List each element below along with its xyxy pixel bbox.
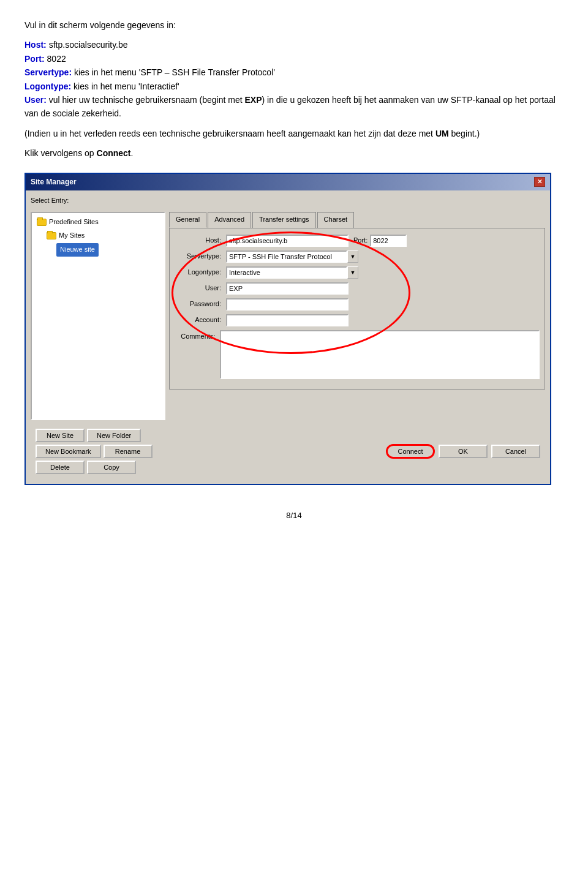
- btn-row-2: New Bookmark Rename: [36, 445, 153, 458]
- user-field-label: User:: [175, 283, 224, 294]
- servertype-input[interactable]: [226, 250, 347, 263]
- logontype-val: kies in het menu 'Interactief': [74, 81, 179, 91]
- connect-end: .: [131, 148, 134, 158]
- close-button[interactable]: ✕: [534, 177, 545, 187]
- port-label: Port:: [24, 54, 45, 64]
- intro-host-line: Host: sftp.socialsecurity.be Port: 8022 …: [24, 38, 564, 120]
- extra-suffix: begint.): [449, 129, 480, 138]
- user-label: User:: [24, 95, 47, 105]
- dialog-window: Site Manager ✕ Select Entry: Predefined …: [24, 173, 551, 486]
- password-field-label: Password:: [175, 299, 224, 310]
- tree-predefined-sites[interactable]: Predefined Sites: [34, 216, 162, 229]
- dialog-titlebar: Site Manager ✕: [26, 174, 550, 190]
- ok-button[interactable]: OK: [439, 445, 488, 458]
- dialog-title: Site Manager: [31, 176, 77, 188]
- host-val: sftp.socialsecurity.be: [49, 40, 128, 50]
- select-entry-label: Select Entry:: [31, 195, 545, 206]
- connect-line: Klik vervolgens op Connect.: [24, 146, 564, 160]
- page-footer: 8/14: [24, 510, 564, 522]
- port-val: 8022: [47, 54, 66, 64]
- tab-general[interactable]: General: [169, 212, 206, 228]
- account-input[interactable]: [226, 314, 349, 326]
- tree-nieuwe-site[interactable]: Nieuwe site: [54, 242, 162, 258]
- cancel-button[interactable]: Cancel: [491, 445, 540, 458]
- host-label: Host:: [24, 40, 47, 50]
- right-button-group: Connect OK Cancel: [386, 444, 540, 459]
- password-input[interactable]: [226, 298, 349, 311]
- left-panel-tree: Predefined Sites My Sites Nieuwe site: [31, 212, 165, 420]
- logontype-field-label: Logontype:: [175, 267, 224, 278]
- user-row: User:: [175, 282, 540, 295]
- extra-bold: UM: [435, 129, 449, 138]
- servertype-dropdown-btn[interactable]: ▼: [347, 250, 358, 263]
- servertype-val: kies in het menu 'SFTP – SSH File Transf…: [74, 67, 275, 77]
- port-field-label: Port:: [353, 235, 368, 246]
- copy-button[interactable]: Copy: [87, 461, 136, 474]
- dialog-main: Predefined Sites My Sites Nieuwe site: [31, 212, 545, 420]
- servertype-field-label: Servertype:: [175, 251, 224, 262]
- host-input[interactable]: [226, 235, 349, 247]
- folder-icon-my-sites: [47, 232, 56, 239]
- logontype-label: Logontype:: [24, 81, 71, 91]
- right-panel: General Advanced Transfer settings Chars…: [169, 212, 545, 420]
- intro-line1: Vul in dit scherm volgende gegevens in:: [24, 18, 564, 32]
- rename-button[interactable]: Rename: [104, 445, 153, 458]
- new-folder-button[interactable]: New Folder: [87, 429, 141, 442]
- logontype-row: Logontype: ▼: [175, 266, 540, 279]
- host-field-label: Host:: [175, 235, 224, 246]
- btn-row-3: Delete Copy: [36, 461, 153, 474]
- dialog-body: Select Entry: Predefined Sites My Sites: [26, 190, 550, 484]
- comments-textarea[interactable]: [220, 330, 540, 379]
- predefined-sites-label: Predefined Sites: [49, 217, 99, 228]
- comments-row: Comments:: [175, 330, 540, 379]
- logontype-select-wrapper: ▼: [226, 266, 358, 279]
- tab-content-general: Host: Port: Servertype: ▼: [169, 228, 545, 390]
- servertype-select-wrapper: ▼: [226, 250, 358, 263]
- delete-button[interactable]: Delete: [36, 461, 85, 474]
- comments-field-label: Comments:: [175, 330, 217, 342]
- tabs-bar: General Advanced Transfer settings Chars…: [169, 212, 545, 228]
- user-val: vul hier uw technische gebruikersnaam (b…: [49, 95, 245, 105]
- servertype-row: Servertype: ▼: [175, 250, 540, 263]
- tab-advanced[interactable]: Advanced: [208, 212, 251, 228]
- user-bold: EXP: [245, 95, 262, 105]
- connect-prefix: Klik vervolgens op: [24, 148, 97, 158]
- bottom-buttons-area: New Site New Folder New Bookmark Rename …: [31, 424, 545, 479]
- my-sites-label: My Sites: [59, 230, 85, 241]
- connect-button[interactable]: Connect: [386, 444, 435, 459]
- account-field-label: Account:: [175, 315, 224, 326]
- password-row: Password:: [175, 298, 540, 311]
- new-bookmark-button[interactable]: New Bookmark: [36, 445, 101, 458]
- tab-transfer-settings[interactable]: Transfer settings: [252, 212, 316, 228]
- left-button-group: New Site New Folder New Bookmark Rename …: [36, 429, 153, 474]
- page-number: 8/14: [286, 511, 301, 520]
- host-port-row: Host: Port:: [175, 235, 540, 247]
- folder-icon: [37, 219, 47, 226]
- extra-text: (Indien u in het verleden reeds een tech…: [24, 129, 435, 138]
- port-input[interactable]: [370, 235, 407, 247]
- tab-charset[interactable]: Charset: [317, 212, 355, 228]
- account-row: Account:: [175, 314, 540, 326]
- servertype-label: Servertype:: [24, 67, 72, 77]
- site-manager-dialog: Site Manager ✕ Select Entry: Predefined …: [24, 173, 551, 486]
- connect-code: Connect: [97, 148, 131, 158]
- user-input[interactable]: [226, 282, 349, 295]
- btn-row-1: New Site New Folder: [36, 429, 153, 442]
- logontype-dropdown-btn[interactable]: ▼: [347, 266, 358, 279]
- logontype-input[interactable]: [226, 266, 347, 279]
- tree-my-sites[interactable]: My Sites: [44, 229, 162, 243]
- new-site-button[interactable]: New Site: [36, 429, 85, 442]
- nieuwe-site-label: Nieuwe site: [56, 243, 99, 257]
- extra-line: (Indien u in het verleden reeds een tech…: [24, 127, 564, 140]
